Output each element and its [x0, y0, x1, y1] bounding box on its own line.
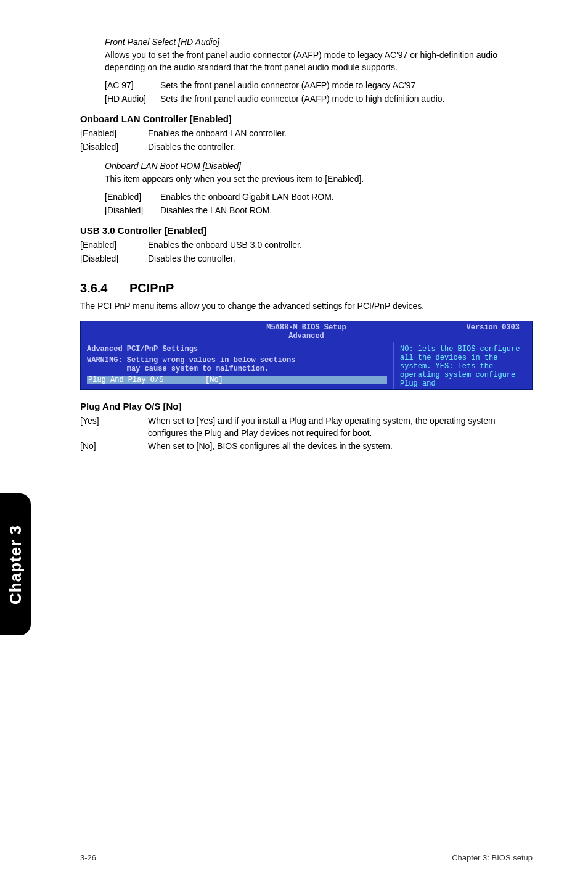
- lan-enabled-val: Enables the onboard LAN controller.: [148, 128, 287, 140]
- section-desc: The PCI PnP menu items allow you to chan…: [80, 300, 533, 313]
- bios-warning-line1: WARNING: Setting wrong values in below s…: [87, 356, 387, 365]
- pnp-no-key: [No]: [80, 440, 148, 453]
- bios-plug-and-play-key: Plug And Play O/S: [88, 376, 205, 384]
- lan-bootrom-desc: This item appears only when you set the …: [105, 173, 533, 186]
- pnp-yes-key: [Yes]: [80, 415, 148, 439]
- bootrom-enabled-key: [Enabled]: [105, 191, 160, 204]
- hdaudio-key: [HD Audio]: [105, 93, 160, 105]
- lan-disabled-key: [Disabled]: [80, 141, 148, 154]
- lan-disabled-val: Disables the controller.: [148, 141, 235, 154]
- bios-version: Version 0303: [467, 323, 520, 332]
- bootrom-disabled-row: [Disabled] Disables the LAN Boot ROM.: [105, 205, 533, 217]
- usb30-disabled-val: Disables the controller.: [148, 253, 235, 265]
- usb30-enabled-val: Enables the onboard USB 3.0 controller.: [148, 239, 302, 252]
- footer-chapter-label: Chapter 3: BIOS setup: [452, 853, 533, 862]
- bios-screenshot: M5A88-M BIOS Setup Version 0303 Advanced…: [80, 321, 533, 390]
- lan-enabled-key: [Enabled]: [80, 128, 148, 140]
- pnp-no-val: When set to [No], BIOS configures all th…: [148, 440, 393, 453]
- front-panel-select-desc: Allows you to set the front panel audio …: [105, 49, 533, 73]
- pnp-os-heading: Plug And Play O/S [No]: [80, 401, 533, 411]
- section-header-row: 3.6.4 PCIPnP: [80, 281, 533, 295]
- front-panel-select-heading: Front Panel Select [HD Audio]: [105, 37, 533, 47]
- hdaudio-val: Sets the front panel audio connector (AA…: [160, 93, 445, 105]
- bios-help-panel: NO: lets the BIOS configure all the devi…: [393, 342, 532, 389]
- bios-title: M5A88-M BIOS Setup: [266, 323, 346, 332]
- pnp-yes-row: [Yes] When set to [Yes] and if you insta…: [80, 415, 533, 439]
- usb30-disabled-key: [Disabled]: [80, 253, 148, 265]
- usb30-heading: USB 3.0 Controller [Enabled]: [80, 225, 533, 236]
- hdaudio-row: [HD Audio] Sets the front panel audio co…: [105, 93, 533, 105]
- ac97-row: [AC 97] Sets the front panel audio conne…: [105, 80, 533, 92]
- chapter-side-tab-label: Chapter 3: [6, 525, 25, 604]
- bios-warning-line2: may cause system to malfunction.: [87, 365, 387, 373]
- usb30-enabled-key: [Enabled]: [80, 239, 148, 252]
- lan-enabled-row: [Enabled] Enables the onboard LAN contro…: [80, 128, 533, 140]
- bootrom-disabled-val: Disables the LAN Boot ROM.: [160, 205, 272, 217]
- onboard-lan-heading: Onboard LAN Controller [Enabled]: [80, 113, 533, 124]
- lan-disabled-row: [Disabled] Disables the controller.: [80, 141, 533, 154]
- lan-bootrom-heading: Onboard LAN Boot ROM [Disabled]: [105, 161, 533, 171]
- pnp-no-row: [No] When set to [No], BIOS configures a…: [80, 440, 533, 453]
- usb30-enabled-row: [Enabled] Enables the onboard USB 3.0 co…: [80, 239, 533, 252]
- bootrom-enabled-row: [Enabled] Enables the onboard Gigabit LA…: [105, 191, 533, 204]
- section-title: PCIPnP: [129, 281, 174, 295]
- bios-plug-and-play-row[interactable]: Plug And Play O/S [No]: [87, 376, 387, 384]
- usb30-disabled-row: [Disabled] Disables the controller.: [80, 253, 533, 265]
- bios-pnp-settings-label: Advanced PCI/PnP Settings: [87, 345, 387, 353]
- bootrom-disabled-key: [Disabled]: [105, 205, 160, 217]
- bios-tab-advanced[interactable]: Advanced: [288, 332, 324, 340]
- page-footer: 3-26 Chapter 3: BIOS setup: [0, 853, 588, 862]
- bootrom-enabled-val: Enables the onboard Gigabit LAN Boot ROM…: [160, 191, 334, 204]
- chapter-side-tab: Chapter 3: [0, 493, 31, 635]
- bios-plug-and-play-val: [No]: [205, 376, 223, 384]
- pnp-yes-val: When set to [Yes] and if you install a P…: [148, 415, 533, 439]
- ac97-key: [AC 97]: [105, 80, 160, 92]
- section-number: 3.6.4: [80, 281, 129, 295]
- ac97-val: Sets the front panel audio connector (AA…: [160, 80, 415, 92]
- footer-page-number: 3-26: [80, 853, 96, 862]
